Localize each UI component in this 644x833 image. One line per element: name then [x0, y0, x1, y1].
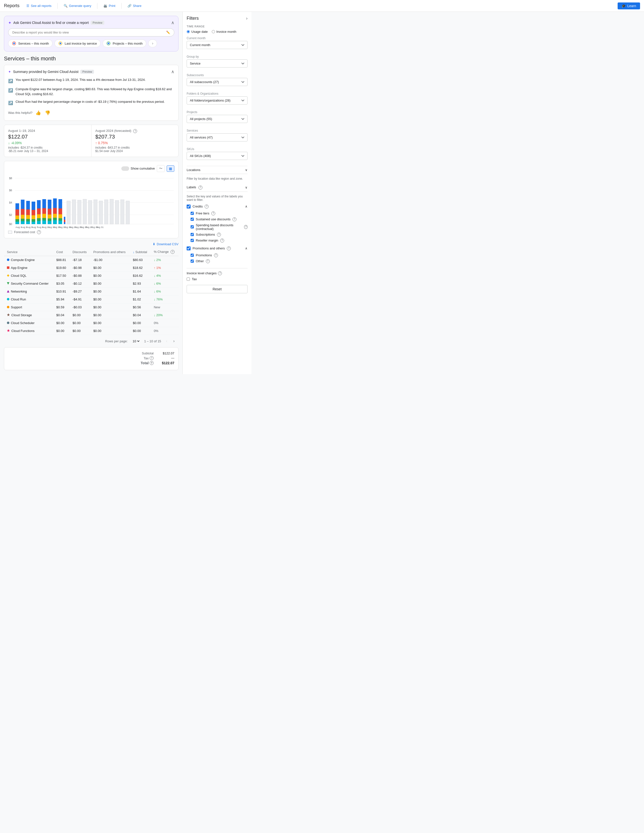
generate-query-button[interactable]: 🔍 Generate query [61, 2, 94, 9]
metric-current-change: ↓ -4.09% [8, 141, 87, 145]
folders-select[interactable]: All folders/organizations (28) [187, 96, 248, 105]
chip-projects-month[interactable]: Projects – this month [103, 39, 146, 47]
svg-rect-60 [67, 201, 71, 224]
summary-header: ✦ Summary provided by Gemini Cloud Assis… [8, 69, 174, 74]
forecasted-legend-help[interactable]: ? [37, 230, 41, 234]
thumbs-down-button[interactable]: 👎 [44, 109, 51, 117]
promotions-others-help[interactable]: ? [227, 246, 231, 250]
service-icon [7, 306, 10, 309]
services-select[interactable]: All services (47) [187, 133, 248, 142]
next-page-button[interactable]: › [172, 338, 175, 344]
show-cumulative-toggle[interactable]: Show cumulative [121, 166, 155, 171]
promotions-checkbox[interactable] [191, 254, 194, 257]
usage-date-radio[interactable] [187, 30, 190, 33]
share-button[interactable]: 🔗 Share [124, 2, 145, 9]
reseller-item: Reseller margin ? [187, 238, 248, 243]
subscriptions-checkbox[interactable] [191, 233, 194, 236]
locations-section[interactable]: Locations ∨ [187, 166, 248, 174]
thumbs-up-button[interactable]: 👍 [34, 109, 42, 117]
tax-help-icon[interactable]: ? [150, 356, 154, 360]
free-tiers-help[interactable]: ? [211, 211, 215, 215]
gemini-search-input[interactable] [12, 31, 164, 34]
col-promotions: Promotions and others [90, 248, 130, 256]
other-checkbox[interactable] [191, 259, 194, 263]
svg-marker-97 [7, 329, 10, 332]
chip-services-month[interactable]: Services – this month [8, 39, 53, 47]
totals-subtotal-row: Subtotal $122.07 [8, 351, 174, 355]
promotions-title[interactable]: Promotions and others ? ∧ [187, 246, 248, 250]
data-table-container: Service Cost Discounts Promotions and ot… [4, 248, 179, 347]
promotions-collapse-icon: ∧ [245, 246, 248, 250]
cell-subtotal: $2.93 [130, 280, 151, 288]
toggle-switch[interactable] [121, 166, 129, 171]
print-button[interactable]: 🖨️ Print [100, 2, 118, 9]
cell-cost: $17.50 [53, 272, 69, 280]
svg-marker-90 [7, 274, 10, 277]
tax-checkbox[interactable] [187, 278, 190, 281]
forecasted-help-icon[interactable]: ? [133, 129, 137, 133]
cell-promotions: $0.00 [90, 311, 130, 319]
bar-chart-button[interactable]: ▦ [167, 166, 174, 172]
total-help-icon[interactable]: ? [150, 361, 154, 365]
free-tiers-checkbox[interactable] [191, 212, 194, 215]
list-icon: ☰ [26, 4, 29, 8]
learn-button[interactable]: 🎓 Learn [618, 2, 640, 10]
credits-help-icon[interactable]: ? [204, 204, 209, 209]
discounts-checkbox[interactable] [187, 204, 191, 209]
cell-change: ↓ 6% [151, 280, 179, 288]
credits-title[interactable]: Credits ? ∧ [187, 204, 248, 209]
projects-select[interactable]: All projects (55) [187, 115, 248, 123]
change-help-icon[interactable]: ? [171, 250, 175, 254]
subaccounts-select[interactable]: All subaccounts (27) [187, 78, 248, 86]
other-help[interactable]: ? [206, 259, 210, 263]
chip-more[interactable]: › [148, 39, 157, 47]
cell-promotions: $0.00 [90, 296, 130, 303]
svg-rect-17 [16, 222, 19, 224]
reseller-help[interactable]: ? [220, 238, 224, 243]
metric-current-label: August 1–19, 2024 [8, 129, 87, 133]
tax-row: Tax [187, 277, 248, 281]
cell-service: Security Command Center [4, 280, 53, 288]
reset-button[interactable]: Reset [187, 285, 248, 293]
cell-discounts: -$0.12 [69, 280, 90, 288]
metric-current-change-sub: -$5.21 over July 13 – 31, 2024 [8, 150, 87, 153]
labels-section[interactable]: Labels ? ∨ [187, 183, 248, 192]
other-item: Other ? [187, 258, 248, 264]
gemini-box: ✦ Ask Gemini Cloud Assist to find or cre… [4, 16, 179, 51]
invoice-charges-help[interactable]: ? [218, 271, 222, 275]
col-cost: Cost [53, 248, 69, 256]
subscriptions-help[interactable]: ? [217, 233, 221, 236]
invoice-month-option[interactable]: Invoice month [212, 30, 237, 34]
group-by-select[interactable]: Service Project SKU [187, 60, 248, 68]
summary-collapse-button[interactable]: ∧ [171, 69, 174, 74]
spending-help[interactable]: ? [244, 225, 248, 229]
sustained-help[interactable]: ? [232, 217, 237, 221]
prev-page-button[interactable]: ‹ [165, 338, 168, 344]
cell-promotions: $0.00 [90, 327, 130, 335]
cell-cost: $3.05 [53, 280, 69, 288]
line-chart-button[interactable]: 〜 [157, 165, 165, 172]
chip-icon-1 [12, 41, 16, 46]
filters-expand-button[interactable]: › [246, 16, 248, 21]
skus-select[interactable]: All SKUs (408) [187, 152, 248, 160]
summary-item-2: ↗️ Compute Engine was the largest charge… [8, 87, 174, 97]
gemini-collapse-button[interactable]: ∧ [171, 20, 174, 26]
labels-help-icon[interactable]: ? [198, 186, 203, 190]
top-nav: Reports ☰ See all reports 🔍 Generate que… [0, 0, 644, 12]
totals-total-row: Total ? $122.07 [8, 361, 174, 365]
usage-date-option[interactable]: Usage date [187, 30, 208, 34]
download-csv-button[interactable]: ⬇ Download CSV [153, 242, 179, 246]
promotions-others-checkbox[interactable] [187, 246, 191, 250]
invoice-month-radio[interactable] [212, 30, 215, 33]
see-all-reports-button[interactable]: ☰ See all reports [23, 2, 55, 9]
reseller-checkbox[interactable] [191, 239, 194, 242]
table-row: Support $0.59 -$0.03 $0.00 $0.56 New [4, 303, 179, 311]
invoice-charges-title: Invoice level charges ? [187, 271, 248, 275]
chip-last-invoice[interactable]: Last invoice by service [55, 39, 101, 47]
spending-checkbox[interactable] [191, 225, 194, 228]
sustained-checkbox[interactable] [191, 218, 194, 221]
promotions-help[interactable]: ? [214, 253, 218, 257]
svg-point-96 [7, 322, 10, 324]
rows-per-page-select[interactable]: 10 25 50 [132, 339, 140, 343]
current-month-select[interactable]: Current month Last month Last 3 months C… [187, 41, 248, 49]
